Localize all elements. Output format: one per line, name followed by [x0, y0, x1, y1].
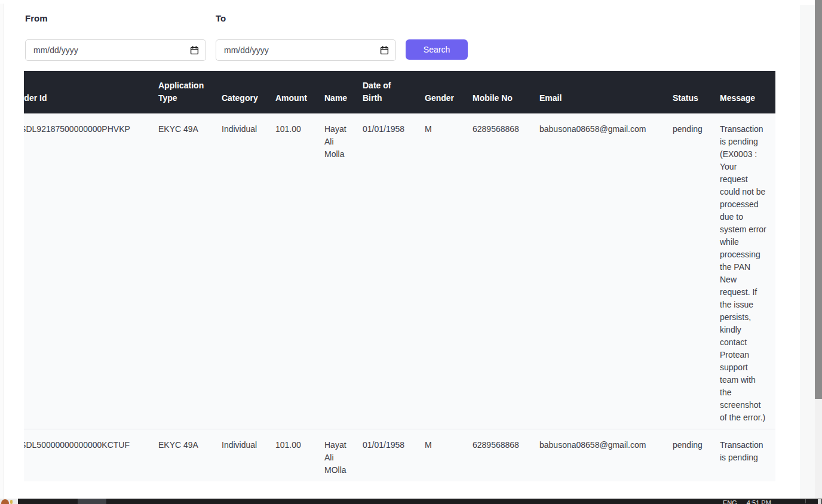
- show-desktop-button[interactable]: [818, 499, 821, 504]
- cell-application-type: EKYC 49A: [158, 429, 222, 482]
- results-table-container[interactable]: Order IdApplication TypeCategoryAmountNa…: [24, 71, 775, 481]
- from-date-field[interactable]: [25, 39, 206, 61]
- column-header-category: Category: [222, 71, 275, 113]
- cell-name: Hayat Ali Molla: [324, 113, 363, 429]
- page-right-gutter: [800, 5, 815, 499]
- taskbar-launcher-area[interactable]: [0, 499, 18, 504]
- taskbar-active-app[interactable]: [78, 499, 106, 504]
- cell-message: Transaction is pending (EX0003 : Your re…: [720, 113, 775, 429]
- language-indicator[interactable]: ENG: [723, 500, 737, 504]
- cell-order-id: NSDL50000000000000KCTUF: [24, 429, 158, 482]
- column-header-status: Status: [673, 71, 720, 113]
- table-header: Order IdApplication TypeCategoryAmountNa…: [24, 71, 775, 113]
- column-header-name: Name: [324, 71, 363, 113]
- cell-application-type: EKYC 49A: [158, 113, 222, 429]
- column-header-amount: Amount: [275, 71, 324, 113]
- column-header-order-id: Order Id: [24, 71, 158, 113]
- browser-logo-icon[interactable]: [1, 499, 9, 504]
- to-date-field[interactable]: [216, 39, 396, 61]
- calendar-icon[interactable]: [380, 40, 395, 60]
- table-header-row: Order IdApplication TypeCategoryAmountNa…: [24, 71, 775, 113]
- column-header-date-of-birth: Date of Birth: [363, 71, 425, 113]
- table-row: NSDL92187500000000PHVKPEKYC 49AIndividua…: [24, 113, 775, 429]
- cell-date-of-birth: 01/01/1958: [363, 113, 425, 429]
- column-header-gender: Gender: [425, 71, 473, 113]
- cell-date-of-birth: 01/01/1958: [363, 429, 425, 482]
- to-date-input[interactable]: [216, 45, 380, 55]
- column-header-application-type: Application Type: [158, 71, 222, 113]
- cell-email: babusona08658@gmail.com: [539, 429, 673, 482]
- vertical-scrollbar-track[interactable]: [815, 0, 822, 499]
- page: From To Search Order IdApplication TypeC…: [0, 0, 822, 504]
- cell-email: babusona08658@gmail.com: [539, 113, 673, 429]
- from-label: From: [25, 13, 48, 23]
- vertical-scrollbar-thumb[interactable]: [815, 0, 822, 399]
- cell-message: Transaction is pending: [720, 429, 775, 482]
- search-button[interactable]: Search: [406, 39, 468, 60]
- cell-name: Hayat Ali MOlla: [324, 429, 363, 482]
- cell-category: Individual: [222, 113, 275, 429]
- column-header-email: Email: [539, 71, 673, 113]
- cell-status: pending: [673, 429, 720, 482]
- page-left-edge: [0, 4, 4, 499]
- from-date-input[interactable]: [26, 45, 190, 55]
- table-row: NSDL50000000000000KCTUFEKYC 49AIndividua…: [24, 429, 775, 482]
- to-label: To: [216, 13, 226, 23]
- taskbar-divider: [805, 499, 806, 503]
- cell-category: Individual: [222, 429, 275, 482]
- cell-amount: 101.00: [275, 429, 324, 482]
- taskbar-tray[interactable]: ENG 4:51 PM: [723, 500, 795, 504]
- table-body: NSDL92187500000000PHVKPEKYC 49AIndividua…: [24, 113, 775, 481]
- column-header-mobile-no: Mobile No: [473, 71, 539, 113]
- cell-gender: M: [425, 113, 473, 429]
- clock[interactable]: 4:51 PM: [747, 500, 771, 504]
- column-header-message: Message: [720, 71, 775, 113]
- results-table: Order IdApplication TypeCategoryAmountNa…: [24, 71, 775, 481]
- cell-order-id: NSDL92187500000000PHVKP: [24, 113, 158, 429]
- taskbar[interactable]: ENG 4:51 PM: [0, 499, 822, 504]
- browser-logo-accent: [10, 500, 13, 504]
- cell-mobile-no: 6289568868: [473, 113, 539, 429]
- cell-status: pending: [673, 113, 720, 429]
- cell-amount: 101.00: [275, 113, 324, 429]
- calendar-icon[interactable]: [190, 40, 205, 60]
- cell-mobile-no: 6289568868: [473, 429, 539, 482]
- cell-gender: M: [425, 429, 473, 482]
